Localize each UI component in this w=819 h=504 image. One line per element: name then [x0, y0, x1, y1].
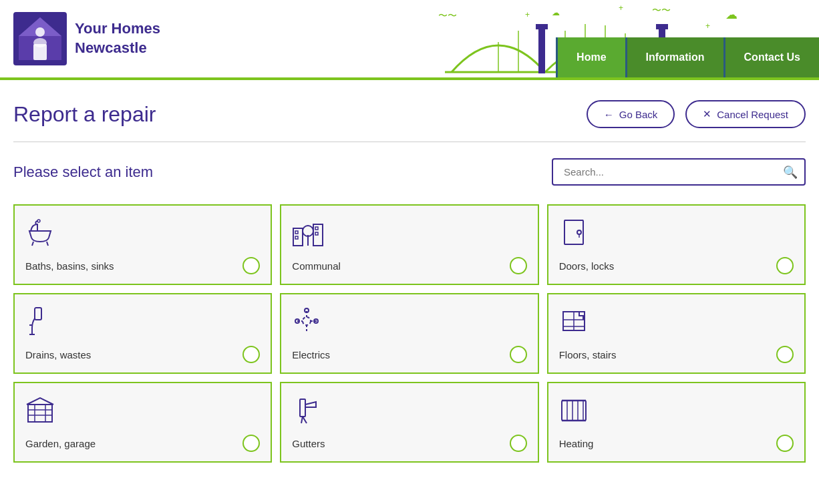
svg-line-64 [303, 417, 307, 423]
card-bottom: Drains, wastes [25, 346, 260, 363]
svg-rect-37 [564, 220, 583, 244]
svg-point-36 [303, 226, 313, 236]
doors-icon [559, 218, 794, 250]
svg-text:〜〜: 〜〜 [438, 10, 457, 21]
page-header-row: Report a repair ← Go Back ✕ Cancel Reque… [13, 100, 806, 128]
select-row: Please select an item 🔍 [13, 158, 806, 186]
svg-rect-57 [28, 405, 52, 422]
repair-card-baths[interactable]: Baths, basins, sinks [13, 204, 272, 285]
svg-rect-31 [295, 236, 298, 239]
repair-grid: Baths, basins, sinks [13, 204, 806, 463]
communal-radio[interactable] [510, 257, 527, 274]
electrics-icon [292, 306, 526, 339]
doors-label: Doors, locks [559, 260, 615, 272]
svg-rect-33 [315, 227, 318, 230]
repair-card-floors[interactable]: Floors, stairs [547, 293, 806, 374]
garden-label: Garden, garage [25, 438, 96, 449]
baths-radio[interactable] [242, 257, 260, 274]
doors-radio[interactable] [776, 257, 794, 274]
svg-point-5 [33, 38, 47, 47]
search-icon: 🔍 [783, 165, 798, 180]
heating-label: Heating [559, 438, 594, 449]
svg-rect-42 [35, 308, 41, 320]
svg-rect-22 [538, 25, 545, 73]
svg-rect-65 [562, 401, 586, 421]
communal-icon [292, 218, 526, 250]
svg-point-45 [303, 317, 311, 325]
card-bottom: Doors, locks [559, 257, 794, 274]
search-input[interactable] [552, 158, 806, 186]
garden-icon [25, 395, 260, 428]
floors-icon [559, 306, 794, 339]
divider [13, 142, 806, 142]
close-icon: ✕ [703, 108, 711, 120]
search-box: 🔍 [552, 158, 806, 186]
baths-label: Baths, basins, sinks [25, 260, 114, 272]
back-arrow-icon: ← [604, 109, 614, 120]
drains-radio[interactable] [242, 346, 260, 363]
repair-card-heating[interactable]: Heating [547, 382, 806, 463]
gutters-icon [292, 395, 526, 428]
floors-label: Floors, stairs [559, 349, 617, 360]
card-bottom: Garden, garage [25, 435, 260, 452]
garden-radio[interactable] [242, 435, 260, 452]
electrics-label: Electrics [292, 349, 330, 360]
svg-line-63 [301, 417, 303, 423]
svg-point-28 [37, 220, 40, 222]
card-bottom: Floors, stairs [559, 346, 794, 363]
svg-rect-23 [536, 24, 548, 29]
cancel-request-button[interactable]: ✕ Cancel Request [685, 100, 806, 128]
repair-card-doors[interactable]: Doors, locks [547, 204, 806, 285]
gutters-radio[interactable] [510, 435, 527, 452]
repair-card-electrics[interactable]: Electrics [280, 293, 538, 374]
drains-label: Drains, wastes [25, 349, 91, 360]
svg-text:+: + [525, 10, 530, 19]
gutters-label: Gutters [292, 438, 325, 449]
svg-point-4 [35, 27, 45, 37]
logo-icon [13, 12, 67, 65]
card-bottom: Gutters [292, 435, 526, 452]
electrics-radio[interactable] [510, 346, 527, 363]
logo-area: Your Homes Newcastle [13, 12, 160, 65]
page-title: Report a repair [13, 102, 156, 127]
nav-contact-us[interactable]: Contact Us [723, 37, 819, 77]
drains-icon [25, 306, 260, 339]
floors-radio[interactable] [776, 346, 794, 363]
main-content: Report a repair ← Go Back ✕ Cancel Reque… [0, 80, 819, 483]
baths-icon [25, 218, 260, 250]
header-buttons: ← Go Back ✕ Cancel Request [587, 100, 806, 128]
select-label: Please select an item [13, 164, 153, 181]
nav-information[interactable]: Information [625, 37, 723, 77]
card-bottom: Heating [559, 435, 794, 452]
svg-point-38 [577, 230, 581, 234]
card-bottom: Communal [292, 257, 526, 274]
nav-wrapper: Home Information Contact Us [556, 0, 819, 77]
repair-card-garden[interactable]: Garden, garage [13, 382, 272, 463]
svg-rect-30 [295, 231, 298, 234]
svg-line-26 [32, 242, 33, 246]
heating-icon [559, 395, 794, 428]
repair-card-gutters[interactable]: Gutters [280, 382, 538, 463]
svg-rect-62 [300, 399, 305, 417]
card-bottom: Baths, basins, sinks [25, 257, 260, 274]
site-header: Your Homes Newcastle 〜〜 ☁ 〜〜 ☁ + + + [0, 0, 819, 80]
heating-radio[interactable] [776, 435, 794, 452]
nav-home[interactable]: Home [556, 37, 625, 77]
go-back-button[interactable]: ← Go Back [587, 100, 675, 128]
communal-label: Communal [292, 260, 341, 272]
card-bottom: Electrics [292, 346, 526, 363]
svg-rect-34 [315, 232, 318, 235]
logo-text: Your Homes Newcastle [75, 19, 160, 57]
repair-card-drains[interactable]: Drains, wastes [13, 293, 272, 374]
svg-line-27 [47, 242, 48, 246]
repair-card-communal[interactable]: Communal [280, 204, 538, 285]
